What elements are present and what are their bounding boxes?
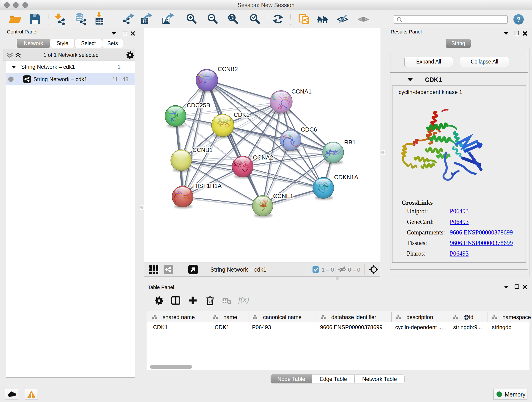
svg-text:CDKN1A: CDKN1A [334, 174, 358, 181]
svg-text:RB1: RB1 [344, 139, 356, 146]
svg-text:CDC25B: CDC25B [187, 102, 210, 109]
svg-text:CCNB1: CCNB1 [192, 147, 213, 153]
svg-text:CCNE1: CCNE1 [273, 192, 293, 199]
svg-text:CCNA2: CCNA2 [253, 154, 273, 161]
svg-text:CDC6: CDC6 [301, 126, 317, 133]
svg-text:CCNB2: CCNB2 [218, 65, 238, 72]
svg-text:CDK1: CDK1 [234, 111, 249, 118]
svg-text:HIST1H1A: HIST1H1A [193, 182, 222, 189]
svg-text:CCNA1: CCNA1 [291, 88, 312, 95]
